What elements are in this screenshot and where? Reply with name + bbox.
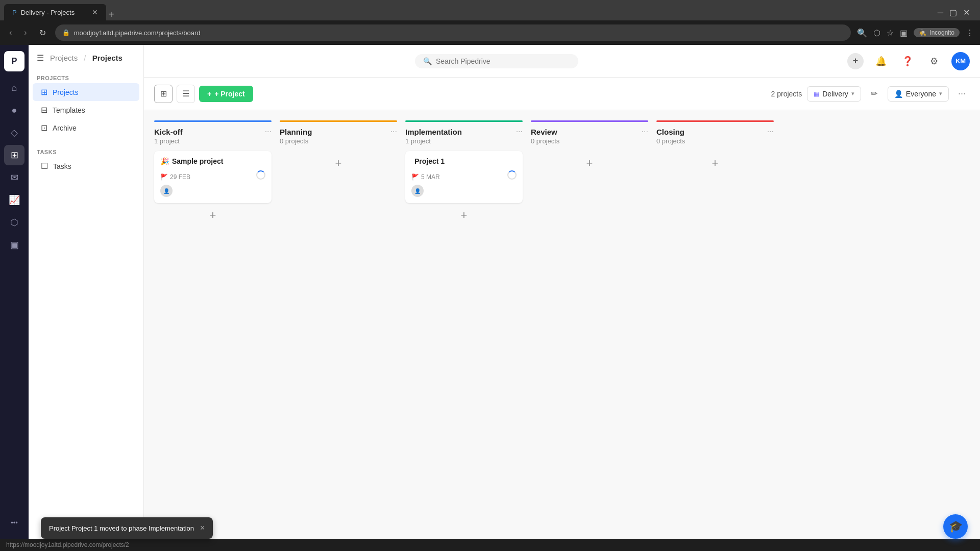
toast-close-button[interactable]: ×	[200, 523, 205, 533]
rail-icon-reports[interactable]: 📈	[4, 190, 24, 210]
maximize-button[interactable]: ▢	[949, 8, 957, 17]
rail-icon-team[interactable]: ▣	[4, 235, 24, 255]
rail-icon-more[interactable]: •••	[4, 512, 24, 533]
project-count: 2 projects	[771, 90, 802, 98]
rail-icon-campaigns[interactable]: ✉	[4, 167, 24, 188]
rail-icon-activity[interactable]: ●	[4, 100, 24, 120]
column-kickoff-cards: 🎉 Sample project 🚩 29 FEB	[154, 151, 272, 203]
sidebar-toggle-icon[interactable]: ☰	[37, 53, 44, 63]
split-icon[interactable]: ▣	[900, 28, 908, 38]
help-fab-icon: 🎓	[949, 520, 963, 533]
column-review-title: Review	[531, 128, 557, 136]
archive-icon: ⊡	[41, 123, 47, 133]
sidebar-item-archive[interactable]: ⊡ Archive	[33, 119, 139, 137]
templates-icon: ⊟	[41, 105, 47, 115]
brand-logo[interactable]: P	[4, 51, 24, 71]
topbar-notifications-icon[interactable]: 🔔	[872, 52, 890, 70]
icon-rail: P ⌂ ● ◇ ⊞ ✉ 📈 ⬡ ▣ •••	[0, 45, 29, 539]
sidebar-item-projects[interactable]: ⊞ Projects	[33, 83, 139, 101]
card-sample-flag-icon: 🚩	[160, 173, 168, 181]
search-icon: 🔍	[423, 57, 432, 65]
column-review-title-row: Review ···	[531, 127, 648, 136]
card-sample-spinner	[256, 170, 265, 180]
rail-icon-home[interactable]: ⌂	[4, 78, 24, 98]
projects-icon: ⊞	[41, 87, 47, 97]
everyone-filter-label: Everyone	[906, 90, 936, 98]
add-project-icon: +	[207, 90, 211, 98]
board-view-button[interactable]: ⊞	[154, 85, 173, 103]
sidebar-header: ☰ Projects / Projects	[29, 53, 143, 71]
delivery-filter-button[interactable]: ▦ Delivery ▾	[807, 86, 861, 102]
search-icon[interactable]: 🔍	[857, 28, 867, 38]
rail-icon-deals[interactable]: ◇	[4, 122, 24, 143]
url-bar[interactable]: 🔒 moodjoy1altd.pipedrive.com/projects/bo…	[55, 24, 851, 41]
column-implementation-header: Implementation ··· 1 project	[405, 120, 523, 151]
sidebar: ☰ Projects / Projects PROJECTS ⊞ Project…	[29, 45, 144, 539]
card-project1-spinner	[507, 170, 517, 180]
add-card-kickoff-button[interactable]: +	[205, 207, 221, 223]
everyone-chevron-icon: ▾	[939, 90, 942, 97]
add-card-planning-button[interactable]: +	[330, 155, 347, 171]
column-planning-more-button[interactable]: ···	[390, 127, 397, 136]
toolbar-more-button[interactable]: ···	[954, 86, 970, 101]
list-view-button[interactable]: ☰	[177, 85, 195, 103]
card-project1-avatar-icon: 👤	[414, 188, 421, 194]
help-fab-button[interactable]: 🎓	[943, 514, 968, 539]
rail-icon-projects[interactable]: ⊞	[4, 145, 24, 165]
card-project1-flag-icon: 🚩	[411, 173, 419, 181]
add-project-button[interactable]: + + Project	[199, 86, 253, 102]
topbar-settings-icon[interactable]: ⚙	[925, 52, 943, 70]
bookmark-icon[interactable]: ☆	[887, 28, 894, 38]
app-topbar: 🔍 + 🔔 ❓ ⚙ KM	[144, 45, 980, 78]
card-sample-project[interactable]: 🎉 Sample project 🚩 29 FEB	[154, 151, 272, 203]
sidebar-item-tasks[interactable]: ☐ Tasks	[33, 157, 139, 175]
breadcrumb-separator: /	[84, 54, 86, 62]
column-closing-header: Closing ··· 0 projects	[656, 120, 774, 151]
rail-icon-integrations[interactable]: ⬡	[4, 212, 24, 233]
tab-close-button[interactable]: ✕	[92, 8, 98, 16]
add-card-closing-button[interactable]: +	[707, 155, 723, 171]
new-tab-button[interactable]: +	[108, 9, 114, 20]
column-planning-title-row: Planning ···	[280, 127, 397, 136]
topbar-help-icon[interactable]: ❓	[898, 52, 917, 70]
sidebar-templates-label: Templates	[53, 106, 85, 114]
forward-button[interactable]: ›	[21, 26, 30, 39]
column-implementation-bar	[405, 120, 523, 122]
column-implementation-more-button[interactable]: ···	[516, 127, 523, 136]
incognito-badge: 🕵 Incognito	[914, 28, 960, 37]
delivery-filter-label: Delivery	[822, 90, 848, 98]
refresh-button[interactable]: ↻	[36, 26, 49, 40]
column-review-header: Review ··· 0 projects	[531, 120, 648, 151]
tab-bar: P Delivery - Projects ✕ + ─ ▢ ✕	[0, 0, 980, 20]
add-card-review-button[interactable]: +	[581, 155, 598, 171]
breadcrumb-parent[interactable]: Projects	[50, 54, 78, 62]
add-card-implementation-button[interactable]: +	[456, 207, 472, 223]
extensions-icon[interactable]: ⬡	[873, 28, 880, 38]
card-project1[interactable]: Project 1 🚩 5 MAR 👤	[405, 151, 523, 203]
column-review-more-button[interactable]: ···	[642, 127, 648, 136]
column-closing-more-button[interactable]: ···	[767, 127, 774, 136]
close-window-button[interactable]: ✕	[963, 8, 970, 17]
card-sample-emoji: 🎉	[160, 157, 169, 165]
back-button[interactable]: ‹	[6, 26, 15, 39]
sidebar-item-templates[interactable]: ⊟ Templates	[33, 101, 139, 119]
everyone-filter-button[interactable]: 👤 Everyone ▾	[888, 86, 949, 102]
menu-dots-icon[interactable]: ⋮	[966, 28, 974, 38]
avatar[interactable]: KM	[951, 52, 970, 70]
active-tab[interactable]: P Delivery - Projects ✕	[4, 4, 106, 20]
card-sample-project-title: 🎉 Sample project	[160, 157, 265, 165]
incognito-label: Incognito	[929, 29, 954, 36]
edit-filter-button[interactable]: ✏	[866, 86, 883, 102]
top-search-container[interactable]: 🔍	[415, 54, 578, 68]
minimize-button[interactable]: ─	[938, 8, 943, 17]
column-kickoff: Kick-off ··· 1 project 🎉 Sample project	[154, 120, 272, 529]
sidebar-projects-label: Projects	[53, 88, 79, 96]
column-planning-header: Planning ··· 0 projects	[280, 120, 397, 151]
toast-message: Project Project 1 moved to phase Impleme…	[49, 524, 194, 532]
column-kickoff-header: Kick-off ··· 1 project	[154, 120, 272, 151]
delivery-chevron-icon: ▾	[851, 90, 854, 97]
column-implementation-title: Implementation	[405, 128, 462, 136]
topbar-add-button[interactable]: +	[847, 53, 864, 69]
column-kickoff-more-button[interactable]: ···	[265, 127, 272, 136]
search-input[interactable]	[436, 57, 570, 65]
